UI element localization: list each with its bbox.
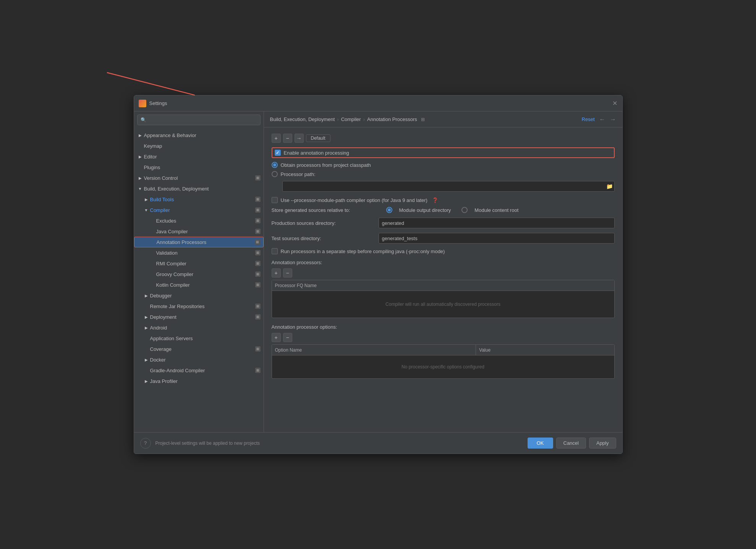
bottom-actions: OK Cancel Apply: [528, 438, 616, 449]
sidebar-item-groovy-compiler[interactable]: Groovy Compiler ⊞: [134, 269, 264, 279]
sidebar-item-label: Java Profiler: [150, 378, 261, 384]
obtain-classpath-label: Obtain processors from project classpath: [281, 162, 371, 168]
run-processors-label: Run processors in a separate step before…: [281, 249, 445, 254]
sidebar-item-keymap[interactable]: Keymap: [134, 140, 264, 151]
add-processor-button[interactable]: +: [272, 268, 281, 278]
module-output-label: Module output directory: [399, 207, 451, 213]
cancel-button[interactable]: Cancel: [556, 438, 586, 449]
sidebar-item-kotlin-compiler[interactable]: Kotlin Compiler ⊞: [134, 279, 264, 290]
ok-button[interactable]: OK: [528, 438, 553, 449]
test-sources-input[interactable]: [379, 233, 615, 244]
help-icon[interactable]: ❓: [432, 197, 438, 203]
sidebar-item-java-profiler[interactable]: ▶ Java Profiler: [134, 376, 264, 386]
sidebar-item-label: Excludes: [156, 218, 254, 224]
production-sources-row: Production sources directory:: [272, 218, 615, 228]
processor-fq-name-header: Processor FQ Name: [272, 280, 614, 291]
processor-path-radio[interactable]: [272, 171, 278, 177]
sidebar-item-build-execution[interactable]: ▼ Build, Execution, Deployment: [134, 183, 264, 194]
validation-badge: ⊞: [255, 250, 261, 255]
coverage-badge: ⊞: [255, 346, 261, 352]
annotation-processors-toolbar: + −: [272, 268, 615, 278]
module-content-label: Module content root: [474, 207, 518, 213]
rmi-compiler-badge: ⊞: [255, 261, 261, 266]
chevron-icon: ▶: [137, 175, 143, 181]
sidebar-item-gradle-android[interactable]: Gradle-Android Compiler ⊞: [134, 365, 264, 376]
processor-path-label: Processor path:: [281, 171, 316, 177]
minus-icon: −: [286, 135, 289, 141]
sidebar-item-app-servers[interactable]: Application Servers: [134, 333, 264, 344]
sidebar-item-android[interactable]: ▶ Android: [134, 322, 264, 333]
add-profile-button[interactable]: +: [272, 134, 281, 143]
chevron-icon: [137, 143, 143, 149]
sidebar: 🔍 ▶ Appearance & Behavior Keymap ▶ Edito…: [134, 111, 264, 432]
options-table: Option Name Value No processor-specific …: [272, 344, 615, 379]
chevron-icon: [149, 228, 155, 234]
sidebar-item-validation[interactable]: Validation ⊞: [134, 247, 264, 258]
sidebar-item-java-compiler[interactable]: Java Compiler ⊞: [134, 226, 264, 237]
sidebar-item-compiler[interactable]: ▼ Compiler ⊞: [134, 205, 264, 215]
sidebar-item-docker[interactable]: ▶ Docker: [134, 354, 264, 365]
processor-path-input[interactable]: [286, 184, 606, 189]
sidebar-item-annotation-processors[interactable]: Annotation Processors ⊞: [134, 237, 264, 247]
sidebar-item-label: Deployment: [150, 314, 254, 320]
enable-annotation-checkbox[interactable]: [275, 150, 281, 156]
bc-copy-icon[interactable]: ⊞: [421, 117, 425, 122]
sidebar-item-deployment[interactable]: ▶ Deployment ⊞: [134, 312, 264, 322]
sidebar-item-remote-jar[interactable]: Remote Jar Repositories ⊞: [134, 301, 264, 312]
chevron-icon: [149, 271, 155, 277]
chevron-icon: ▶: [143, 325, 149, 331]
test-sources-label: Test sources directory:: [272, 236, 379, 241]
annotation-processors-body: Compiler will run all automatically disc…: [272, 291, 614, 318]
chevron-icon: [143, 303, 149, 309]
bc-part-1: Build, Execution, Deployment: [270, 116, 335, 122]
nav-back-button[interactable]: ←: [599, 116, 605, 123]
options-toolbar: + −: [272, 333, 615, 342]
sidebar-item-build-tools[interactable]: ▶ Build Tools ⊞: [134, 194, 264, 205]
move-profile-button[interactable]: →: [295, 134, 304, 143]
module-path-checkbox[interactable]: [272, 197, 278, 203]
sidebar-item-excludes[interactable]: Excludes ⊞: [134, 215, 264, 226]
test-sources-row: Test sources directory:: [272, 233, 615, 244]
default-profile-button[interactable]: Default: [306, 134, 330, 142]
kotlin-compiler-badge: ⊞: [255, 282, 261, 287]
module-output-radio[interactable]: [386, 207, 392, 213]
sidebar-item-editor[interactable]: ▶ Editor: [134, 151, 264, 162]
sidebar-item-label: Gradle-Android Compiler: [150, 368, 254, 373]
chevron-icon: [149, 218, 155, 224]
run-processors-checkbox[interactable]: [272, 248, 278, 254]
help-button[interactable]: ?: [140, 438, 151, 449]
chevron-icon: [149, 250, 155, 256]
sidebar-item-appearance[interactable]: ▶ Appearance & Behavior: [134, 130, 264, 140]
sidebar-item-label: Annotation Processors: [157, 239, 253, 245]
add-option-button[interactable]: +: [272, 333, 281, 342]
remove-option-button[interactable]: −: [283, 333, 292, 342]
sidebar-item-label: Application Servers: [150, 336, 261, 341]
obtain-classpath-radio[interactable]: [272, 162, 278, 168]
java-compiler-badge: ⊞: [255, 229, 261, 234]
sidebar-item-debugger[interactable]: ▶ Debugger: [134, 290, 264, 301]
reset-button[interactable]: Reset: [582, 116, 595, 122]
production-sources-input[interactable]: [379, 218, 615, 228]
sidebar-item-plugins[interactable]: Plugins: [134, 162, 264, 173]
close-button[interactable]: ✕: [612, 101, 618, 106]
sidebar-item-label: Android: [150, 325, 261, 331]
compiler-badge: ⊞: [255, 207, 261, 213]
sidebar-item-label: Appearance & Behavior: [144, 132, 261, 138]
content-area: 🔍 ▶ Appearance & Behavior Keymap ▶ Edito…: [134, 111, 622, 432]
apply-button[interactable]: Apply: [589, 438, 616, 449]
sidebar-item-version-control[interactable]: ▶ Version Control ⊞: [134, 173, 264, 183]
sidebar-item-label: Groovy Compiler: [156, 271, 254, 277]
chevron-icon: ▶: [137, 153, 143, 160]
bc-sep-2: ›: [363, 116, 365, 122]
search-box[interactable]: 🔍: [137, 115, 261, 125]
sidebar-item-coverage[interactable]: Coverage ⊞: [134, 344, 264, 354]
deployment-badge: ⊞: [255, 314, 261, 320]
sidebar-item-label: Kotlin Compiler: [156, 282, 254, 288]
folder-icon[interactable]: 📁: [606, 183, 613, 189]
source-radio-group: Obtain processors from project classpath…: [272, 162, 615, 177]
remove-profile-button[interactable]: −: [283, 134, 292, 143]
sidebar-item-rmi-compiler[interactable]: RMI Compiler ⊞: [134, 258, 264, 269]
nav-forward-button[interactable]: →: [610, 116, 616, 123]
remove-processor-button[interactable]: −: [283, 268, 292, 278]
module-content-radio[interactable]: [461, 207, 468, 213]
